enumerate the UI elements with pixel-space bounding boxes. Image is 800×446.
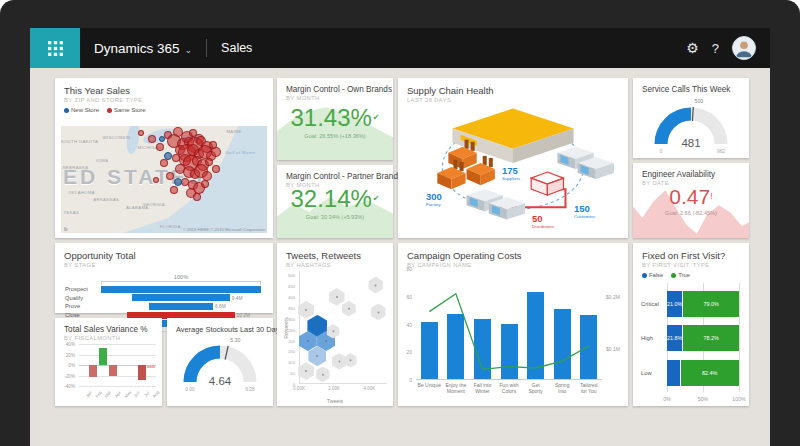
legend-false[interactable]: False — [642, 272, 663, 278]
same-store-dot-icon — [107, 108, 112, 113]
store-point[interactable] — [209, 141, 217, 149]
scatter-point[interactable] — [329, 288, 345, 306]
fixed-visit-chart: Critical21.0%79.0%High21.8%78.2%Low82.4% — [641, 287, 739, 390]
tile-title: Service Calls This Week — [642, 85, 740, 94]
segment-false[interactable]: 21.0% — [667, 291, 682, 317]
campaign-x-axis: Be UniqueEnjoy the MomentFall into Winte… — [416, 382, 602, 404]
svg-text:0.00: 0.00 — [185, 387, 195, 392]
funnel-value-label: 9.4M — [232, 295, 243, 300]
segment-false[interactable] — [667, 360, 680, 386]
help-icon[interactable]: ? — [712, 41, 719, 56]
gauge-chart[interactable]: 0.009.284.645.30 — [168, 334, 272, 392]
tile-supply-chain-health[interactable]: Supply Chain Health LAST 28 DAYS — [398, 78, 628, 238]
tile-subtitle: BY STAGE — [64, 262, 264, 268]
goal-met-check-icon: ✔ — [373, 194, 380, 203]
scatter-point[interactable] — [342, 301, 356, 317]
store-point[interactable] — [193, 193, 201, 201]
supply-node-suppliers[interactable]: 175Suppliers — [502, 166, 520, 181]
scatter-x-title: Tweets — [277, 398, 393, 404]
variance-bar[interactable] — [109, 365, 117, 376]
right-axis-label: $0.2M — [606, 294, 620, 300]
tile-sales-variance[interactable]: Total Sales Variance % BY FISCALMONTH 40… — [55, 318, 162, 406]
store-map[interactable]: ED STATES SOUTH DAKOTAWISCONSINMICHIGANI… — [61, 126, 267, 233]
segment-false[interactable]: 21.8% — [667, 325, 682, 351]
store-point[interactable] — [153, 177, 159, 183]
tile-subtitle: LAST 28 DAYS — [407, 97, 619, 103]
bing-logo: b — [64, 226, 68, 232]
tile-service-calls[interactable]: Service Calls This Week 0962481500 — [633, 78, 749, 158]
store-point[interactable] — [201, 180, 209, 188]
segment-true[interactable]: 82.4% — [681, 360, 740, 386]
x-tick-label: 0% — [663, 396, 671, 402]
legend-same-store[interactable]: Same Store — [107, 107, 146, 113]
store-point[interactable] — [174, 178, 182, 186]
x-tick-label: 100% — [732, 396, 745, 402]
variance-bar[interactable] — [99, 348, 107, 365]
service-calls-gauge: 0962481500 — [633, 96, 749, 158]
tile-this-year-sales[interactable]: This Year Sales BY ZIP AND STORE TYPE Ne… — [55, 78, 273, 238]
store-point[interactable] — [138, 130, 144, 136]
segment-true[interactable]: 78.2% — [683, 325, 739, 351]
funnel-bar-prove[interactable]: 6.6M — [149, 303, 213, 310]
tile-campaign-costs[interactable]: Campaign Operating Costs BY CAMPAIGN NAM… — [398, 243, 628, 406]
x-category-label: Enjoy the Moment — [443, 382, 470, 404]
screen: Dynamics 365 ⌄ Sales ⚙ ? This Year Sales… — [30, 28, 770, 446]
tile-title: Fixed on First Visit? — [642, 250, 740, 261]
funnel-bar-prospect[interactable] — [101, 286, 261, 293]
supply-node-customers[interactable]: 150Customers — [574, 204, 595, 219]
tile-tweets-retweets[interactable]: Tweets, Retweets BY HASHTAGS Retweets 05… — [277, 243, 393, 406]
funnel-bar-qualify[interactable]: 9.4M — [132, 294, 230, 301]
tile-margin-own-brands[interactable]: Margin Control - Own Brands BY MONTH 31.… — [277, 78, 393, 160]
store-point[interactable] — [160, 159, 168, 167]
store-point[interactable] — [159, 136, 165, 142]
settings-icon[interactable]: ⚙ — [686, 40, 699, 56]
dashboard-canvas: This Year Sales BY ZIP AND STORE TYPE Ne… — [30, 68, 770, 446]
tile-fixed-first-visit[interactable]: Fixed on First Visit? BY FIRST VISIT, TY… — [633, 243, 749, 406]
store-point[interactable] — [148, 135, 156, 143]
funnel-value-label: 6.6M — [215, 304, 226, 309]
y-tick-label: -40% — [64, 384, 75, 389]
variance-bar[interactable] — [89, 365, 97, 377]
nav-actions: ⚙ ? — [686, 36, 770, 60]
y-tick-label: -20% — [64, 373, 75, 378]
store-point[interactable] — [212, 165, 220, 173]
goal-met-check-icon: ✔ — [373, 113, 380, 122]
scatter-point[interactable] — [316, 367, 330, 383]
avatar[interactable] — [732, 36, 756, 60]
tile-average-stockouts[interactable]: Average Stockouts Last 30 Days 0.009.284… — [167, 318, 273, 406]
campaign-trend-line — [416, 269, 602, 379]
scatter-point[interactable] — [298, 301, 314, 319]
funnel-stage-label: Prove — [65, 303, 99, 309]
x-category-label: Fun with Colors — [496, 382, 523, 404]
y-tick-label: 0% — [68, 363, 75, 368]
kpi-goal: Goal: 2.66 (-82.45%) — [633, 210, 749, 216]
goal-missed-alert-icon: ! — [710, 191, 713, 201]
variance-bar[interactable] — [147, 365, 155, 368]
store-point[interactable] — [164, 152, 172, 160]
app-launcher-button[interactable] — [30, 28, 80, 68]
segment-true[interactable]: 79.0% — [683, 291, 739, 317]
scatter-point[interactable] — [371, 304, 386, 321]
store-point[interactable] — [166, 172, 174, 180]
tile-title: This Year Sales — [64, 85, 264, 96]
store-point[interactable] — [170, 186, 178, 194]
funnel-value-label: 10.2M — [237, 313, 250, 318]
svg-text:4.64: 4.64 — [209, 375, 232, 387]
y-tick-label: 300 — [288, 316, 295, 321]
tile-engineer-availability[interactable]: Engineer Availability BY DATE 0.47! Goal… — [633, 163, 749, 238]
legend-new-store[interactable]: New Store — [64, 107, 99, 113]
legend-true[interactable]: True — [671, 272, 690, 278]
variance-bar[interactable] — [138, 365, 146, 380]
scatter-point[interactable] — [368, 277, 383, 294]
supply-node-distributors[interactable]: 50Distributors — [532, 214, 554, 229]
tile-margin-partner-brands[interactable]: Margin Control - Partner Brands BY MONTH… — [277, 165, 393, 238]
gauge-chart[interactable]: 0962481500 — [639, 96, 743, 154]
scatter-point[interactable] — [298, 362, 314, 380]
store-point[interactable] — [156, 143, 164, 151]
true-dot-icon — [671, 273, 676, 278]
funnel-top-label: 100% — [101, 274, 261, 280]
tile-opportunity-total[interactable]: Opportunity Total BY STAGE 100%ProspectQ… — [55, 243, 273, 313]
y-tick-label: 20% — [66, 352, 75, 357]
app-name-menu[interactable]: Dynamics 365 ⌄ — [94, 41, 192, 56]
supply-node-factory[interactable]: 300Factory — [426, 192, 442, 207]
